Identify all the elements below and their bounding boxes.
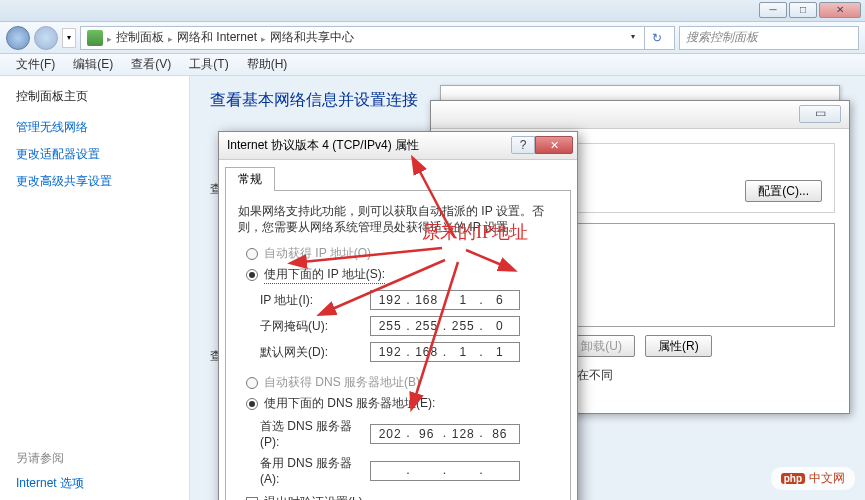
radio-label: 使用下面的 IP 地址(S): (264, 266, 385, 284)
breadcrumb-item[interactable]: 控制面板 (116, 29, 164, 46)
dns2-input[interactable]: . . . (370, 461, 520, 481)
sidebar-title: 控制面板主页 (16, 88, 173, 105)
tab-general[interactable]: 常规 (225, 167, 275, 191)
close-button[interactable]: ▭ (799, 105, 841, 123)
close-button[interactable]: ✕ (535, 136, 573, 154)
breadcrumb[interactable]: 控制面板 网络和 Internet 网络和共享中心 ▾ ↻ (80, 26, 675, 50)
ip-octet[interactable]: 192 (376, 345, 404, 359)
menu-tools[interactable]: 工具(T) (181, 54, 236, 75)
ip-octet[interactable]: 255 (449, 319, 477, 333)
menu-file[interactable]: 文件(F) (8, 54, 63, 75)
back-button[interactable] (6, 26, 30, 50)
nav-history-dropdown[interactable]: ▾ (62, 28, 76, 48)
configure-button[interactable]: 配置(C)... (745, 180, 822, 202)
dns1-input[interactable]: 202. 96. 128. 86 (370, 424, 520, 444)
subnet-mask-label: 子网掩码(U): (260, 318, 370, 335)
ipv4-properties-dialog: Internet 协议版本 4 (TCP/IPv4) 属性 ? ✕ 常规 如果网… (218, 131, 578, 500)
ip-octet[interactable]: 6 (486, 293, 514, 307)
ip-octet[interactable]: 96 (413, 427, 441, 441)
ip-octet[interactable]: 86 (486, 427, 514, 441)
ip-octet[interactable]: 202 (376, 427, 404, 441)
sidebar-link-internet-options[interactable]: Internet 选项 (16, 475, 173, 492)
checkbox-label: 退出时验证设置(L) (264, 494, 363, 500)
ip-octet[interactable]: 128 (449, 427, 477, 441)
minimize-button[interactable]: ─ (759, 2, 787, 18)
menu-view[interactable]: 查看(V) (123, 54, 179, 75)
close-button[interactable]: ✕ (819, 2, 861, 18)
sidebar-link-sharing[interactable]: 更改高级共享设置 (16, 173, 173, 190)
breadcrumb-sep-icon (107, 31, 112, 45)
refresh-icon[interactable]: ↻ (644, 26, 668, 50)
sidebar: 控制面板主页 管理无线网络 更改适配器设置 更改高级共享设置 另请参阅 Inte… (0, 76, 190, 500)
menu-help[interactable]: 帮助(H) (239, 54, 296, 75)
radio-auto-dns (246, 377, 258, 389)
annotation-text: 原来的IP地址 (422, 220, 528, 244)
radio-label: 自动获得 DNS 服务器地址(B) (264, 374, 420, 391)
search-placeholder: 搜索控制面板 (686, 29, 758, 46)
gateway-label: 默认网关(D): (260, 344, 370, 361)
help-button[interactable]: ? (511, 136, 535, 154)
forward-button[interactable] (34, 26, 58, 50)
ip-octet[interactable]: 168 (413, 293, 441, 307)
uninstall-button[interactable]: 卸载(U) (568, 335, 635, 357)
window-titlebar: ─ □ ✕ (0, 0, 865, 22)
ip-octet[interactable]: 1 (449, 293, 477, 307)
properties-button[interactable]: 属性(R) (645, 335, 712, 357)
breadcrumb-item[interactable]: 网络和共享中心 (270, 29, 354, 46)
breadcrumb-sep-icon (168, 31, 173, 45)
radio-use-dns[interactable] (246, 398, 258, 410)
watermark-text: 中文网 (809, 470, 845, 487)
dns1-label: 首选 DNS 服务器(P): (260, 418, 370, 449)
radio-label: 使用下面的 DNS 服务器地址(E): (264, 395, 435, 412)
dialog-title: Internet 协议版本 4 (TCP/IPv4) 属性 (227, 137, 419, 154)
address-bar: ▾ 控制面板 网络和 Internet 网络和共享中心 ▾ ↻ 搜索控制面板 (0, 22, 865, 54)
maximize-button[interactable]: □ (789, 2, 817, 18)
validate-checkbox[interactable] (246, 497, 258, 501)
tab-strip: 常规 (219, 160, 577, 190)
watermark-logo: php (781, 473, 805, 484)
menu-edit[interactable]: 编辑(E) (65, 54, 121, 75)
sidebar-link-adapter[interactable]: 更改适配器设置 (16, 146, 173, 163)
sidebar-seealso: 另请参阅 (16, 450, 173, 467)
control-panel-icon (87, 30, 103, 46)
window-controls: ─ □ ✕ (759, 2, 861, 18)
ip-address-label: IP 地址(I): (260, 292, 370, 309)
ip-octet[interactable]: 192 (376, 293, 404, 307)
watermark: php 中文网 (771, 467, 855, 490)
search-input[interactable]: 搜索控制面板 (679, 26, 859, 50)
dns2-label: 备用 DNS 服务器(A): (260, 455, 370, 486)
radio-use-ip[interactable] (246, 269, 258, 281)
breadcrumb-dropdown[interactable]: ▾ (626, 28, 640, 48)
ip-octet[interactable]: 1 (486, 345, 514, 359)
gateway-input[interactable]: 192. 168. 1. 1 (370, 342, 520, 362)
ip-address-input[interactable]: 192. 168. 1. 6 (370, 290, 520, 310)
radio-label: 自动获得 IP 地址(O) (264, 245, 371, 262)
ip-octet[interactable]: 255 (413, 319, 441, 333)
breadcrumb-sep-icon (261, 31, 266, 45)
ip-octet[interactable]: 1 (449, 345, 477, 359)
breadcrumb-item[interactable]: 网络和 Internet (177, 29, 257, 46)
ip-octet[interactable]: 255 (376, 319, 404, 333)
radio-auto-ip[interactable] (246, 248, 258, 260)
ip-octet[interactable]: 0 (486, 319, 514, 333)
sidebar-link-wireless[interactable]: 管理无线网络 (16, 119, 173, 136)
dialog-titlebar: ▭ (431, 101, 849, 129)
ip-octet[interactable]: 168 (413, 345, 441, 359)
menu-bar: 文件(F) 编辑(E) 查看(V) 工具(T) 帮助(H) (0, 54, 865, 76)
subnet-mask-input[interactable]: 255. 255. 255. 0 (370, 316, 520, 336)
dialog-titlebar[interactable]: Internet 协议版本 4 (TCP/IPv4) 属性 ? ✕ (219, 132, 577, 160)
